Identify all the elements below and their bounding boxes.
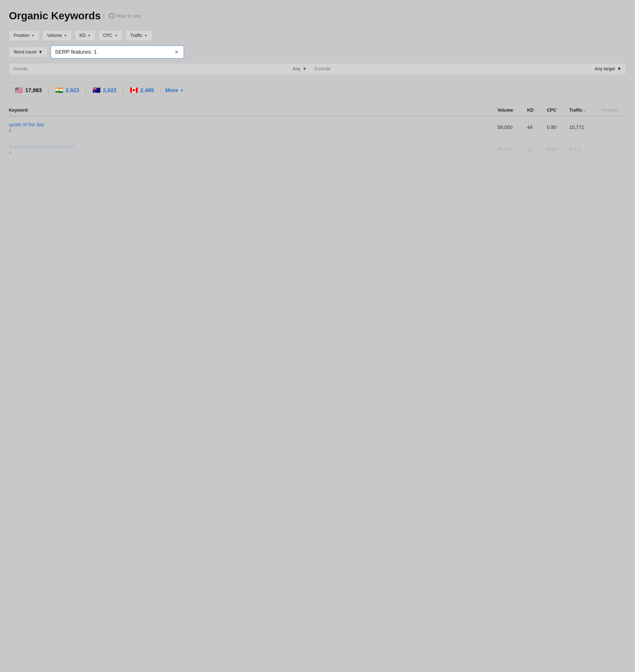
word-count-filter-btn[interactable]: Word count ▼ (9, 47, 47, 58)
position-filter-btn[interactable]: Position ▼ (9, 30, 39, 41)
flag-au-icon: 🇦🇺 (92, 86, 101, 94)
traffic-filter-btn[interactable]: Traffic ▼ (126, 30, 152, 41)
title-info-icon[interactable]: i (103, 13, 105, 19)
kd-cell-2: 31 (527, 147, 547, 152)
position-cell-2: 1 (601, 147, 626, 152)
kd-filter-label: KD (80, 33, 86, 38)
cpc-cell-2: 6.00 (547, 147, 569, 152)
keyword-cell-1: quote of the day 5 (9, 121, 498, 133)
word-count-badge-2: 4 (9, 150, 498, 155)
page-title: Organic Keywords i ? How to use (9, 10, 141, 22)
keywords-table: Keyword Volume ⁱ KD ⁱ CPC ⁱ Traffic ↓ ⁱ … (9, 105, 626, 160)
title-row: Organic Keywords i ? How to use (9, 10, 626, 23)
table-row: quote of the day 5 59,000 44 0.80 15,771… (9, 116, 626, 138)
filter-row-2: Word count ▼ SERP features: 1 × (9, 45, 626, 59)
stat-ca-value: 2,485 (140, 87, 154, 93)
cpc-cell-1: 0.80 (547, 125, 569, 130)
th-traffic[interactable]: Traffic ↓ ⁱ (569, 108, 601, 113)
word-count-chevron-icon: ▼ (38, 49, 43, 55)
flag-ca-icon: 🇨🇦 (130, 86, 138, 94)
filter-row-1: Position ▼ Volume ▼ KD ▼ CPC ▼ Traffic ▼ (9, 30, 626, 41)
traffic-chevron-icon: ▼ (144, 34, 148, 37)
th-position: Position (601, 108, 626, 113)
th-cpc: CPC ⁱ (547, 108, 569, 113)
traffic-cell-2: 9,571 (569, 147, 601, 152)
cpc-filter-label: CPC (103, 33, 113, 38)
stat-in[interactable]: 🇮🇳 2,923 (49, 86, 85, 94)
volume-info-icon: ⁱ (514, 109, 515, 112)
serp-clear-button[interactable]: × (174, 48, 180, 56)
any-target-btn[interactable]: Any target ▼ (590, 63, 626, 75)
kd-chevron-icon: ▼ (88, 34, 91, 37)
exclude-input[interactable] (311, 63, 590, 75)
flag-in-icon: 🇮🇳 (55, 86, 63, 94)
volume-cell-2: 45,000 (498, 147, 527, 152)
traffic-filter-label: Traffic (130, 33, 142, 38)
th-volume: Volume ⁱ (498, 108, 527, 113)
any-chevron-icon: ▼ (302, 66, 307, 71)
title-text: Organic Keywords (9, 10, 101, 22)
serp-input-value: SERP features: 1 (55, 49, 171, 55)
volume-cell-1: 59,000 (498, 125, 527, 130)
more-countries-btn[interactable]: More ▼ (161, 87, 187, 93)
any-target-chevron-icon: ▼ (617, 66, 621, 71)
include-input[interactable] (9, 63, 289, 75)
more-label: More (165, 87, 178, 93)
kd-cell-1: 44 (527, 125, 547, 130)
position-chevron-icon: ▼ (31, 34, 35, 37)
position-filter-label: Position (14, 33, 29, 38)
stat-ca[interactable]: 🇨🇦 2,485 (124, 86, 160, 94)
keyword-cell-2: best time to post on instagram 4 (9, 143, 498, 155)
serp-features-input[interactable]: SERP features: 1 × (50, 45, 184, 59)
table-row: best time to post on instagram 4 45,000 … (9, 138, 626, 160)
filter-row-3: Any ▼ Any target ▼ (9, 63, 626, 75)
more-chevron-icon: ▼ (180, 88, 183, 92)
traffic-cell-1: 15,771 (569, 125, 601, 130)
volume-chevron-icon: ▼ (64, 34, 67, 37)
word-count-badge-1: 5 (9, 128, 498, 133)
traffic-sort-icon: ↓ (584, 108, 585, 112)
volume-filter-btn[interactable]: Volume ▼ (42, 30, 72, 41)
th-kd: KD ⁱ (527, 108, 547, 113)
cpc-chevron-icon: ▼ (114, 34, 118, 37)
cpc-filter-btn[interactable]: CPC ▼ (98, 30, 123, 41)
flag-us-icon: 🇺🇸 (15, 86, 23, 94)
keyword-link-1[interactable]: quote of the day (9, 121, 498, 128)
any-dropdown-btn[interactable]: Any ▼ (289, 63, 311, 75)
table-header: Keyword Volume ⁱ KD ⁱ CPC ⁱ Traffic ↓ ⁱ … (9, 105, 626, 116)
stat-au[interactable]: 🇦🇺 2,622 (87, 86, 123, 94)
stat-us[interactable]: 🇺🇸 17,983 (9, 86, 48, 94)
position-cell-1: 1 (601, 125, 626, 130)
word-count-label: Word count (14, 49, 36, 55)
cpc-info-icon: ⁱ (557, 109, 558, 112)
stat-in-value: 2,923 (66, 87, 79, 93)
how-to-use-link[interactable]: ? How to use (108, 13, 141, 19)
volume-filter-label: Volume (47, 33, 62, 38)
any-label: Any (293, 66, 301, 71)
stat-au-value: 2,622 (103, 87, 116, 93)
stat-us-value: 17,983 (25, 87, 42, 93)
kd-info-icon: ⁱ (534, 109, 535, 112)
help-circle-icon: ? (108, 13, 115, 19)
traffic-info-icon: ⁱ (586, 109, 587, 112)
th-keyword: Keyword (9, 108, 498, 113)
any-target-label: Any target (595, 66, 615, 71)
stats-row: 🇺🇸 17,983 | 🇮🇳 2,923 | 🇦🇺 2,622 | 🇨🇦 2,4… (9, 83, 626, 98)
kd-filter-btn[interactable]: KD ▼ (75, 30, 95, 41)
keyword-link-2[interactable]: best time to post on instagram (9, 143, 498, 150)
how-to-use-label: How to use (116, 13, 141, 19)
